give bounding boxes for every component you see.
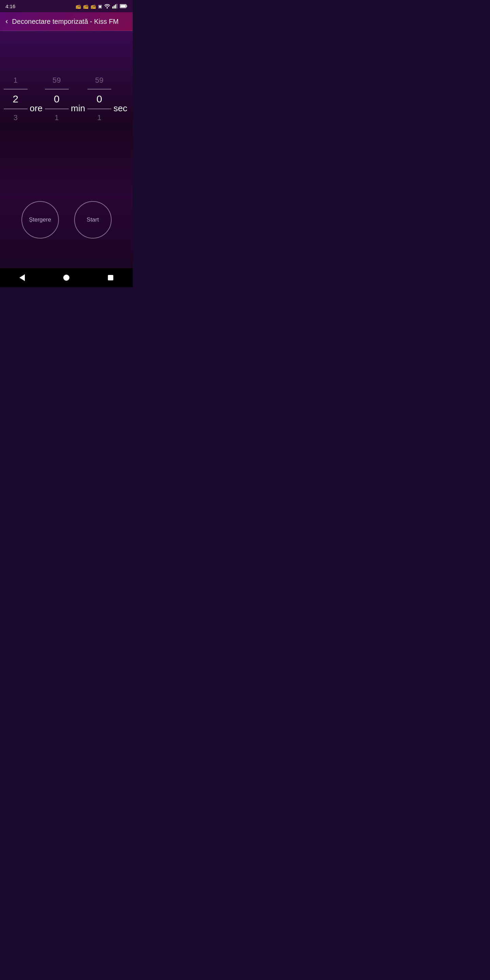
svg-rect-6 xyxy=(121,5,126,8)
hours-picker[interactable]: 1 2 3 xyxy=(3,72,27,126)
seconds-below: 1 xyxy=(97,109,102,126)
main-content: 1 2 3 ore 59 0 1 min 59 0 1 sec Ștergere… xyxy=(0,31,133,268)
minutes-below: 1 xyxy=(54,109,59,126)
radio-icon-1: 📻 xyxy=(76,4,81,9)
minutes-picker[interactable]: 59 0 1 xyxy=(45,72,69,126)
recent-square-icon xyxy=(108,275,113,280)
bottom-nav xyxy=(0,268,133,287)
seconds-label: sec xyxy=(111,103,129,114)
back-triangle-icon xyxy=(19,274,25,281)
status-time: 4:16 xyxy=(5,3,15,9)
time-picker[interactable]: 1 2 3 ore 59 0 1 min 59 0 1 sec xyxy=(0,72,133,126)
seconds-selected: 0 xyxy=(88,89,111,109)
home-circle-icon xyxy=(63,275,69,281)
radio-icon-2: 📻 xyxy=(83,4,89,9)
signal-icon xyxy=(112,4,118,8)
minutes-label: min xyxy=(69,103,87,114)
nav-home-button[interactable] xyxy=(56,272,76,283)
status-bar: 4:16 📻 📻 📻 ▣ xyxy=(0,0,133,12)
minutes-selected: 0 xyxy=(45,89,69,109)
hours-label: ore xyxy=(27,103,45,114)
svg-rect-4 xyxy=(116,4,118,8)
svg-rect-7 xyxy=(127,5,127,7)
nav-back-button[interactable] xyxy=(12,272,32,283)
svg-point-0 xyxy=(107,7,108,8)
seconds-picker[interactable]: 59 0 1 xyxy=(87,72,111,126)
hours-below: 3 xyxy=(14,109,18,126)
start-button[interactable]: Start xyxy=(74,201,111,239)
sim-icon: ▣ xyxy=(98,4,102,9)
hours-selected: 2 xyxy=(4,89,27,109)
status-icons: 📻 📻 📻 ▣ xyxy=(76,4,127,9)
delete-button[interactable]: Ștergere xyxy=(21,201,59,239)
svg-rect-2 xyxy=(114,5,115,8)
minutes-above: 59 xyxy=(52,72,60,89)
action-buttons: Ștergere Start xyxy=(0,201,133,239)
radio-icon-3: 📻 xyxy=(91,4,96,9)
nav-recent-button[interactable] xyxy=(100,272,121,283)
svg-rect-1 xyxy=(112,6,113,8)
svg-rect-3 xyxy=(115,5,116,8)
hours-above: 1 xyxy=(14,72,18,89)
seconds-above: 59 xyxy=(95,72,103,89)
page-title: Deconectare temporizată - Kiss FM xyxy=(12,18,118,25)
battery-icon xyxy=(120,4,127,8)
header: ‹ Deconectare temporizată - Kiss FM xyxy=(0,12,133,31)
wifi-icon xyxy=(104,4,110,8)
back-button[interactable]: ‹ xyxy=(5,17,8,26)
